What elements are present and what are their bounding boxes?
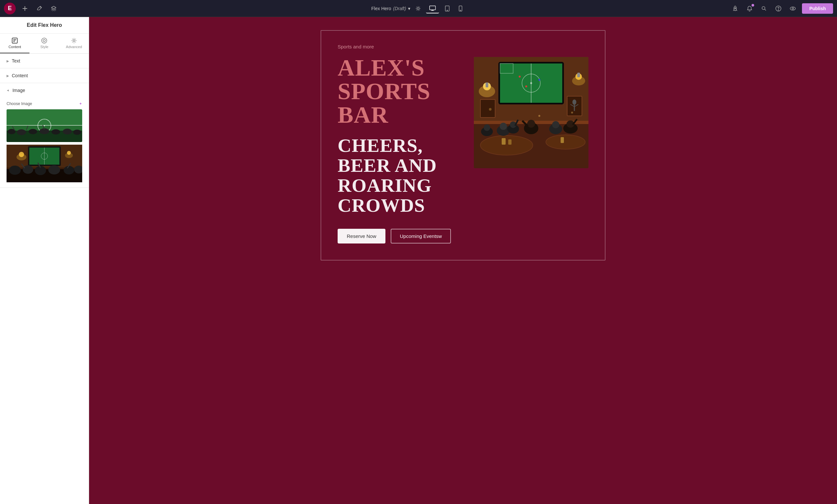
svg-point-72 [572,76,585,86]
add-widget-button[interactable] [20,3,30,14]
svg-point-45 [9,166,21,175]
svg-point-29 [63,129,72,134]
sidebar-header: Edit Flex Hero [0,17,89,34]
upcoming-events-button[interactable]: Upcoming Eventsw [391,229,451,243]
svg-point-11 [792,7,794,9]
image-arrow-icon: ▼ [6,89,10,92]
svg-rect-85 [508,139,512,145]
expand-image-icon[interactable]: ✦ [79,101,82,106]
tab-style[interactable]: Style [30,34,59,53]
svg-point-9 [778,10,779,10]
svg-point-48 [49,165,60,174]
svg-point-65 [519,76,521,78]
svg-point-22 [44,125,45,126]
svg-point-76 [572,99,576,105]
tab-advanced[interactable]: Advanced [59,34,89,53]
image-section-content: Choose Image ✦ [0,97,89,188]
edit-mode-button[interactable] [34,3,44,14]
svg-point-102 [538,115,540,117]
chevron-down-icon: ▾ [408,6,410,11]
hero-image-container [474,57,588,168]
svg-rect-70 [486,82,488,87]
svg-point-41 [17,154,26,160]
svg-point-67 [525,86,527,87]
svg-point-7 [762,6,765,10]
svg-point-43 [65,153,73,158]
svg-rect-73 [577,73,580,77]
help-button[interactable] [773,3,784,14]
page-name: Flex Hero [371,6,391,11]
section-image-header[interactable]: ▼ Image [0,83,89,97]
preview-button[interactable] [787,3,798,14]
notifications-wrap [744,3,755,14]
image-preview-2[interactable] [6,145,82,182]
svg-rect-86 [560,137,564,143]
svg-point-46 [23,165,33,174]
svg-point-103 [489,108,492,111]
svg-point-10 [790,7,796,10]
reserve-now-button[interactable]: Reserve Now [338,229,386,243]
svg-point-30 [73,130,81,135]
svg-rect-1 [430,6,435,10]
desktop-view-button[interactable] [426,4,439,14]
svg-point-3 [447,10,448,11]
canvas-area: Sports and more ALEX'S SPORTS BAR CHEERS… [89,17,837,504]
mobile-view-button[interactable] [456,4,466,14]
section-content: ▶ Content [0,69,89,83]
svg-point-83 [546,135,585,149]
svg-point-101 [484,124,490,131]
layers-button[interactable] [49,3,59,14]
publish-button[interactable]: Publish [802,3,833,14]
topbar-right: Publish [730,3,833,14]
image-preview-1[interactable] [6,109,82,142]
svg-point-6 [735,7,736,8]
page-settings-button[interactable] [413,3,423,14]
svg-point-96 [552,121,559,128]
svg-point-25 [17,129,26,135]
svg-point-91 [500,123,507,130]
page-title-area[interactable]: Flex Hero (Draft) ▾ [371,6,410,11]
main-layout: Edit Flex Hero Content Style Advanced ▶ … [0,17,837,504]
hero-eyebrow: Sports and more [338,44,461,50]
section-content-label: Content [12,73,28,78]
hero-inner: Sports and more ALEX'S SPORTS BAR CHEERS… [338,44,588,243]
hero-buttons-row: Reserve Now Upcoming Eventsw [338,229,461,243]
tablet-view-button[interactable] [442,4,453,14]
section-image-label: Image [13,88,25,93]
tab-content-label: Content [8,45,21,49]
choose-image-label-text: Choose Image [6,101,32,106]
elementor-logo: E [4,3,16,14]
svg-point-104 [571,112,573,114]
svg-point-14 [42,38,47,43]
tab-style-label: Style [40,45,48,49]
svg-rect-84 [502,138,505,145]
svg-point-49 [64,166,74,174]
svg-point-26 [29,129,37,134]
sidebar: Edit Flex Hero Content Style Advanced ▶ … [0,17,89,504]
hero-brand-name: ALEX'S SPORTS BAR [338,56,461,127]
choose-image-row: Choose Image ✦ [6,101,82,106]
text-arrow-icon: ▶ [6,59,9,63]
hero-tagline: CHEERS, BEER AND ROARING CROWDS [338,136,461,216]
section-content-header[interactable]: ▶ Content [0,69,89,83]
svg-rect-74 [480,99,495,117]
section-text-header[interactable]: ▶ Text [0,54,89,68]
content-arrow-icon: ▶ [6,74,9,78]
svg-point-82 [480,135,533,155]
rocket-icon-button[interactable] [730,3,741,14]
hero-text-block: Sports and more ALEX'S SPORTS BAR CHEERS… [338,44,461,243]
notification-dot [751,4,754,6]
svg-point-28 [52,129,60,134]
hero-image-box [474,57,588,168]
topbar: E Flex Hero (Draft) ▾ [0,0,837,17]
svg-point-61 [530,82,532,84]
svg-point-13 [43,40,46,42]
svg-point-88 [527,120,535,128]
tab-content[interactable]: Content [0,34,30,53]
search-button[interactable] [759,3,769,14]
svg-point-66 [538,79,540,81]
section-text-label: Text [12,58,20,63]
tab-advanced-label: Advanced [66,45,82,49]
page-status: (Draft) [393,6,406,11]
svg-point-15 [73,40,75,41]
